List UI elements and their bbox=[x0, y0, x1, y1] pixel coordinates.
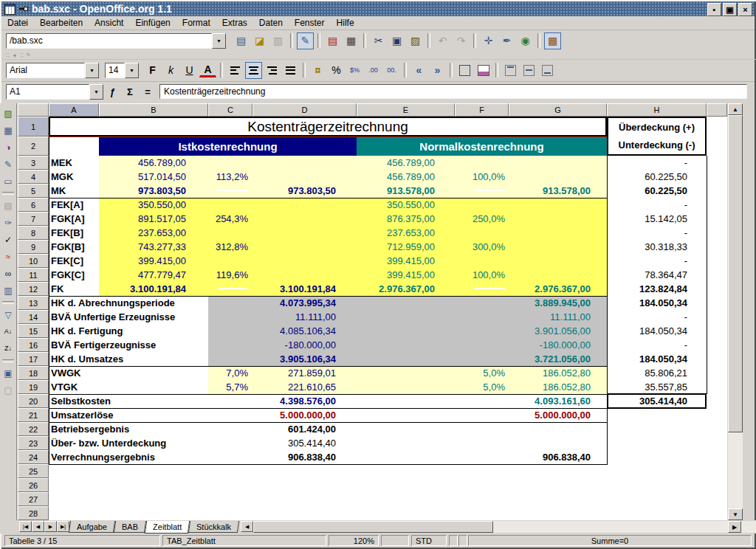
cell-E9[interactable]: 712.959,00 bbox=[357, 240, 435, 254]
cell-D19[interactable]: 221.610,65 bbox=[252, 380, 336, 394]
column-header-A[interactable]: A bbox=[49, 103, 99, 117]
cell-D22[interactable]: 601.424,00 bbox=[252, 422, 336, 436]
cell-B12[interactable]: 3.100.191,84 bbox=[99, 282, 186, 296]
row-label[interactable]: FGK[B] bbox=[51, 240, 85, 254]
cell-G18[interactable]: 186.052,80 bbox=[509, 366, 591, 380]
menu-fenster[interactable]: Fenster bbox=[289, 17, 331, 29]
row-header-9[interactable]: 9 bbox=[18, 240, 49, 254]
bold-button[interactable]: F bbox=[144, 62, 161, 79]
row-header-8[interactable]: 8 bbox=[18, 226, 49, 240]
sort-descending-icon[interactable]: Z↓ bbox=[1, 341, 16, 356]
row-label[interactable]: BVÄ Unfertige Erzeugnisse bbox=[51, 310, 175, 324]
menu-daten[interactable]: Daten bbox=[253, 17, 289, 29]
row-label[interactable]: HK d. Abrechnungsperiode bbox=[51, 296, 175, 310]
autoformat-icon[interactable]: ✑ bbox=[1, 215, 16, 230]
decrease-indent-button[interactable]: « bbox=[410, 62, 427, 79]
cell-F12[interactable] bbox=[455, 282, 505, 296]
url-dropdown-arrow[interactable]: ▼ bbox=[212, 33, 226, 49]
sheet-tab-bab[interactable]: BAB bbox=[114, 521, 146, 533]
font-name-arrow[interactable]: ▼ bbox=[85, 63, 99, 78]
cell-reference-arrow[interactable]: ▼ bbox=[89, 84, 103, 100]
autospellcheck-icon[interactable]: ≈ bbox=[1, 249, 16, 264]
sheet-tab-aufgabe[interactable]: Aufgabe bbox=[69, 521, 115, 533]
row-label[interactable]: Über- bzw. Unterdeckung bbox=[51, 436, 166, 450]
row-header-28[interactable]: 28 bbox=[18, 506, 49, 520]
row-label[interactable]: Umsatzerlöse bbox=[51, 408, 114, 422]
font-name-value[interactable]: Arial bbox=[6, 63, 85, 78]
row-label[interactable]: FEK[B] bbox=[51, 226, 83, 240]
cell-H18[interactable]: 85.806,21 bbox=[607, 366, 687, 380]
cell-reference-box[interactable]: A1 ▼ bbox=[6, 84, 103, 100]
first-sheet-button[interactable]: |◀ bbox=[19, 521, 32, 532]
cell-D16[interactable]: -180.000,00 bbox=[252, 338, 336, 352]
row-header-7[interactable]: 7 bbox=[18, 212, 49, 226]
borders-button[interactable] bbox=[456, 62, 473, 79]
cell-C11[interactable]: 119,6% bbox=[208, 268, 248, 282]
row-header-22[interactable]: 22 bbox=[18, 422, 49, 436]
cell-H7[interactable]: 15.142,05 bbox=[607, 212, 687, 226]
cell-D18[interactable]: 271.859,01 bbox=[252, 366, 336, 380]
cell-E6[interactable]: 350.550,00 bbox=[357, 198, 435, 212]
function-wizard-icon[interactable]: ƒ bbox=[103, 84, 121, 99]
row-header-3[interactable]: 3 bbox=[18, 156, 49, 170]
close-button[interactable]: × bbox=[738, 3, 752, 16]
sheet-title-cell[interactable]: Kostenträgerzeitrechnung bbox=[49, 117, 607, 137]
cell-B8[interactable]: 237.653,00 bbox=[99, 226, 186, 240]
cell-C5[interactable] bbox=[208, 184, 248, 198]
row-header-19[interactable]: 19 bbox=[18, 380, 49, 394]
row-header-15[interactable]: 15 bbox=[18, 324, 49, 338]
cell-B4[interactable]: 517.014,50 bbox=[99, 170, 186, 184]
cell-H15[interactable]: 184.050,34 bbox=[607, 324, 687, 338]
cell-C12[interactable] bbox=[208, 282, 248, 296]
group-icon[interactable]: ▣ bbox=[1, 365, 16, 381]
data-sources-icon[interactable]: ▥ bbox=[1, 283, 16, 298]
cell-E3[interactable]: 456.789,00 bbox=[357, 156, 435, 170]
horizontal-scrollbar[interactable]: ▶ bbox=[253, 521, 756, 533]
row-label[interactable]: HK d. Fertigung bbox=[51, 324, 123, 338]
cell-C18[interactable]: 7,0% bbox=[208, 366, 248, 380]
stylist-icon[interactable]: ✒ bbox=[498, 32, 515, 49]
align-left-button[interactable] bbox=[227, 62, 244, 79]
cell-D14[interactable]: 11.111,00 bbox=[252, 310, 336, 324]
cell-B3[interactable]: 456.789,00 bbox=[99, 156, 186, 170]
cell-H13[interactable]: 184.050,34 bbox=[607, 296, 687, 310]
row-label[interactable]: HK d. Umsatzes bbox=[51, 352, 123, 366]
cell-F5[interactable] bbox=[455, 184, 505, 198]
cell-H4[interactable]: 60.225,50 bbox=[607, 170, 687, 184]
font-size-value[interactable]: 14 bbox=[105, 63, 125, 78]
cell-F9[interactable]: 300,0% bbox=[455, 240, 505, 254]
row-label[interactable]: FEK[C] bbox=[51, 254, 83, 268]
status-sheet-name[interactable]: TAB_Zeitblatt bbox=[162, 535, 326, 546]
hscroll-thumb[interactable] bbox=[253, 521, 493, 533]
cell-E10[interactable]: 399.415,00 bbox=[357, 254, 435, 268]
hyperlink-icon[interactable]: ◉ bbox=[517, 32, 534, 49]
cell-G13[interactable]: 3.889.945,00 bbox=[509, 296, 591, 310]
cell-D13[interactable]: 4.073.995,34 bbox=[252, 296, 336, 310]
font-size-arrow[interactable]: ▼ bbox=[125, 63, 139, 78]
cell-F7[interactable]: 250,0% bbox=[455, 212, 505, 226]
number-percent-button[interactable]: % bbox=[328, 62, 345, 79]
spellcheck-icon[interactable]: ✓ bbox=[1, 232, 16, 247]
navigator-icon[interactable]: ✛ bbox=[480, 32, 497, 49]
cell-E8[interactable]: 237.653,00 bbox=[357, 226, 435, 240]
cell-H6[interactable]: - bbox=[607, 198, 687, 212]
edit-file-icon[interactable]: ✎ bbox=[297, 32, 314, 49]
menu-bearbeiten[interactable]: Bearbeiten bbox=[34, 17, 89, 29]
cell-C19[interactable]: 5,7% bbox=[208, 380, 248, 394]
row-header-1[interactable]: 1 bbox=[18, 117, 49, 137]
cell-D17[interactable]: 3.905.106,34 bbox=[252, 352, 336, 366]
save-icon[interactable]: ▥ bbox=[269, 32, 286, 49]
cell-H11[interactable]: 78.364,47 bbox=[607, 268, 687, 282]
cell-H9[interactable]: 30.318,33 bbox=[607, 240, 687, 254]
cell-D5[interactable]: 973.803,50 bbox=[252, 184, 336, 198]
scroll-right-button[interactable]: ▶ bbox=[728, 521, 741, 533]
cell-G14[interactable]: 11.111,00 bbox=[509, 310, 591, 324]
new-document-icon[interactable]: ▤ bbox=[233, 32, 250, 49]
cell-F4[interactable]: 100,0% bbox=[455, 170, 505, 184]
column-header-D[interactable]: D bbox=[252, 103, 357, 117]
cell-B11[interactable]: 477.779,47 bbox=[99, 268, 186, 282]
menu-extras[interactable]: Extras bbox=[216, 17, 253, 29]
cell-E12[interactable]: 2.976.367,00 bbox=[357, 282, 435, 296]
align-vcenter-button[interactable] bbox=[520, 62, 537, 79]
gallery-icon[interactable]: ▩ bbox=[544, 32, 561, 49]
